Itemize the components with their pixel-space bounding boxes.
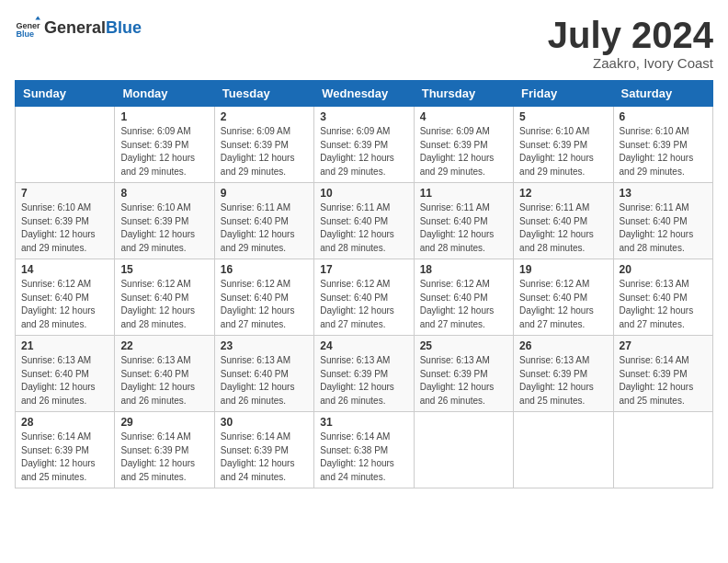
cell-info: Sunrise: 6:11 AM Sunset: 6:40 PM Dayligh… (320, 201, 407, 255)
day-number: 13 (620, 187, 707, 200)
day-number: 8 (120, 187, 208, 200)
cell-info: Sunrise: 6:14 AM Sunset: 6:39 PM Dayligh… (620, 354, 707, 408)
calendar-cell: 20Sunrise: 6:13 AM Sunset: 6:40 PM Dayli… (613, 259, 712, 336)
cell-info: Sunrise: 6:13 AM Sunset: 6:40 PM Dayligh… (221, 354, 308, 408)
svg-marker-2 (35, 16, 40, 19)
day-number: 3 (320, 110, 407, 123)
calendar-cell: 30Sunrise: 6:14 AM Sunset: 6:39 PM Dayli… (214, 412, 313, 488)
calendar-cell: 14Sunrise: 6:12 AM Sunset: 6:40 PM Dayli… (16, 259, 115, 336)
day-number: 22 (120, 339, 208, 352)
cell-info: Sunrise: 6:14 AM Sunset: 6:39 PM Dayligh… (120, 431, 208, 484)
day-number: 28 (21, 416, 108, 429)
day-number: 2 (221, 110, 308, 123)
calendar-cell: 8Sunrise: 6:10 AM Sunset: 6:39 PM Daylig… (115, 183, 214, 259)
logo-general: General (44, 18, 106, 38)
cell-info: Sunrise: 6:09 AM Sunset: 6:39 PM Dayligh… (120, 125, 208, 178)
day-number: 20 (620, 263, 707, 276)
month-year-title: July 2024 (548, 15, 713, 55)
calendar-cell: 16Sunrise: 6:12 AM Sunset: 6:40 PM Dayli… (214, 259, 313, 336)
calendar-cell: 23Sunrise: 6:13 AM Sunset: 6:40 PM Dayli… (214, 336, 313, 412)
cell-info: Sunrise: 6:12 AM Sunset: 6:40 PM Dayligh… (120, 278, 208, 331)
day-number: 25 (420, 339, 507, 352)
day-number: 23 (221, 339, 308, 352)
calendar-cell (414, 412, 513, 488)
header-saturday: Saturday (613, 81, 712, 107)
calendar-cell (16, 107, 115, 183)
cell-info: Sunrise: 6:11 AM Sunset: 6:40 PM Dayligh… (221, 201, 308, 255)
cell-info: Sunrise: 6:14 AM Sunset: 6:38 PM Dayligh… (320, 431, 407, 484)
location-title: Zaakro, Ivory Coast (548, 55, 713, 71)
cell-info: Sunrise: 6:14 AM Sunset: 6:39 PM Dayligh… (21, 431, 108, 484)
header-tuesday: Tuesday (214, 81, 313, 107)
header: General Blue GeneralBlue July 2024 Zaakr… (15, 15, 713, 71)
day-number: 27 (620, 339, 707, 352)
cell-info: Sunrise: 6:13 AM Sunset: 6:40 PM Dayligh… (120, 354, 208, 408)
calendar-cell: 11Sunrise: 6:11 AM Sunset: 6:40 PM Dayli… (414, 183, 513, 259)
logo: General Blue GeneralBlue (15, 15, 142, 40)
calendar-cell: 10Sunrise: 6:11 AM Sunset: 6:40 PM Dayli… (314, 183, 414, 259)
cell-info: Sunrise: 6:12 AM Sunset: 6:40 PM Dayligh… (420, 278, 507, 331)
calendar-cell: 15Sunrise: 6:12 AM Sunset: 6:40 PM Dayli… (115, 259, 214, 336)
calendar-cell: 12Sunrise: 6:11 AM Sunset: 6:40 PM Dayli… (514, 183, 613, 259)
cell-info: Sunrise: 6:12 AM Sunset: 6:40 PM Dayligh… (519, 278, 607, 331)
logo-blue: Blue (106, 18, 142, 38)
calendar-cell: 25Sunrise: 6:13 AM Sunset: 6:39 PM Dayli… (414, 336, 513, 412)
header-monday: Monday (115, 81, 214, 107)
day-number: 9 (221, 187, 308, 200)
calendar-cell: 26Sunrise: 6:13 AM Sunset: 6:39 PM Dayli… (514, 336, 613, 412)
calendar-cell: 29Sunrise: 6:14 AM Sunset: 6:39 PM Dayli… (115, 412, 214, 488)
calendar-cell: 3Sunrise: 6:09 AM Sunset: 6:39 PM Daylig… (314, 107, 414, 183)
week-row-1: 7Sunrise: 6:10 AM Sunset: 6:39 PM Daylig… (16, 183, 713, 259)
day-number: 14 (21, 263, 108, 276)
week-row-3: 21Sunrise: 6:13 AM Sunset: 6:40 PM Dayli… (16, 336, 713, 412)
calendar-cell: 2Sunrise: 6:09 AM Sunset: 6:39 PM Daylig… (214, 107, 313, 183)
day-number: 26 (519, 339, 607, 352)
header-thursday: Thursday (414, 81, 513, 107)
day-number: 10 (320, 187, 407, 200)
cell-info: Sunrise: 6:13 AM Sunset: 6:39 PM Dayligh… (320, 354, 407, 408)
day-number: 24 (320, 339, 407, 352)
calendar-cell: 13Sunrise: 6:11 AM Sunset: 6:40 PM Dayli… (613, 183, 712, 259)
cell-info: Sunrise: 6:10 AM Sunset: 6:39 PM Dayligh… (519, 125, 607, 178)
day-number: 4 (420, 110, 507, 123)
calendar-table: SundayMondayTuesdayWednesdayThursdayFrid… (15, 80, 713, 488)
day-number: 16 (221, 263, 308, 276)
cell-info: Sunrise: 6:13 AM Sunset: 6:39 PM Dayligh… (519, 354, 607, 408)
day-number: 5 (519, 110, 607, 123)
day-number: 18 (420, 263, 507, 276)
header-wednesday: Wednesday (314, 81, 414, 107)
header-friday: Friday (514, 81, 613, 107)
cell-info: Sunrise: 6:13 AM Sunset: 6:39 PM Dayligh… (420, 354, 507, 408)
day-number: 29 (120, 416, 208, 429)
calendar-cell: 4Sunrise: 6:09 AM Sunset: 6:39 PM Daylig… (414, 107, 513, 183)
calendar-cell (613, 412, 712, 488)
logo-icon: General Blue (15, 15, 40, 40)
cell-info: Sunrise: 6:13 AM Sunset: 6:40 PM Dayligh… (21, 354, 108, 408)
cell-info: Sunrise: 6:13 AM Sunset: 6:40 PM Dayligh… (620, 278, 707, 331)
cell-info: Sunrise: 6:14 AM Sunset: 6:39 PM Dayligh… (221, 431, 308, 484)
day-number: 30 (221, 416, 308, 429)
day-number: 11 (420, 187, 507, 200)
calendar-cell: 31Sunrise: 6:14 AM Sunset: 6:38 PM Dayli… (314, 412, 414, 488)
cell-info: Sunrise: 6:11 AM Sunset: 6:40 PM Dayligh… (420, 201, 507, 255)
calendar-header-row: SundayMondayTuesdayWednesdayThursdayFrid… (16, 81, 713, 107)
calendar-cell: 18Sunrise: 6:12 AM Sunset: 6:40 PM Dayli… (414, 259, 513, 336)
calendar-cell: 1Sunrise: 6:09 AM Sunset: 6:39 PM Daylig… (115, 107, 214, 183)
week-row-2: 14Sunrise: 6:12 AM Sunset: 6:40 PM Dayli… (16, 259, 713, 336)
day-number: 6 (620, 110, 707, 123)
calendar-cell (514, 412, 613, 488)
calendar-cell: 5Sunrise: 6:10 AM Sunset: 6:39 PM Daylig… (514, 107, 613, 183)
day-number: 12 (519, 187, 607, 200)
calendar-cell: 6Sunrise: 6:10 AM Sunset: 6:39 PM Daylig… (613, 107, 712, 183)
title-area: July 2024 Zaakro, Ivory Coast (548, 15, 713, 71)
calendar-cell: 22Sunrise: 6:13 AM Sunset: 6:40 PM Dayli… (115, 336, 214, 412)
day-number: 17 (320, 263, 407, 276)
day-number: 21 (21, 339, 108, 352)
day-number: 19 (519, 263, 607, 276)
day-number: 31 (320, 416, 407, 429)
cell-info: Sunrise: 6:12 AM Sunset: 6:40 PM Dayligh… (21, 278, 108, 331)
calendar-cell: 27Sunrise: 6:14 AM Sunset: 6:39 PM Dayli… (613, 336, 712, 412)
calendar-cell: 9Sunrise: 6:11 AM Sunset: 6:40 PM Daylig… (214, 183, 313, 259)
day-number: 1 (120, 110, 208, 123)
cell-info: Sunrise: 6:09 AM Sunset: 6:39 PM Dayligh… (420, 125, 507, 178)
